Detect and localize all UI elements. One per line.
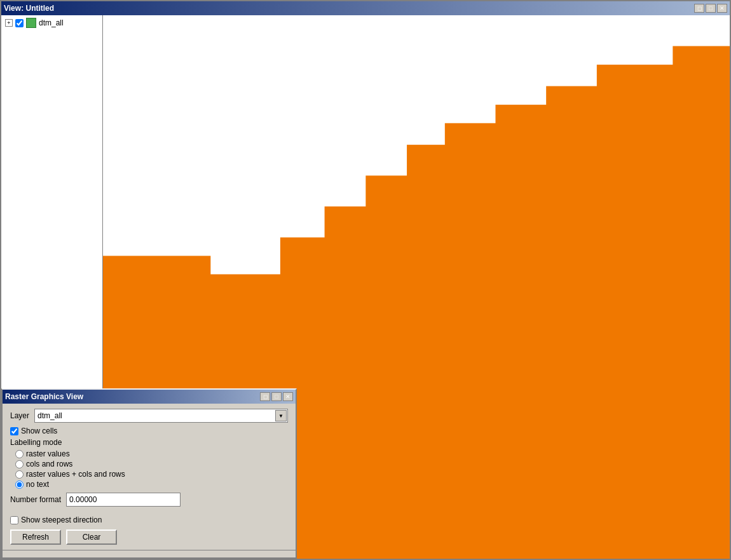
- radio-raster-values-cols-rows-input[interactable]: [15, 470, 24, 479]
- rgv-title-bar: Raster Graphics View ◻ □ ✕: [3, 390, 296, 404]
- rgv-close-button[interactable]: ✕: [283, 392, 293, 401]
- expand-button[interactable]: +: [5, 19, 13, 27]
- show-steepest-label: Show steepest direction: [21, 516, 102, 524]
- radio-raster-values-label: raster values: [26, 449, 70, 458]
- radio-no-text: no text: [15, 480, 288, 489]
- layer-row: Layer dtm_all ▼: [10, 409, 288, 423]
- rgv-maximize-button[interactable]: □: [271, 392, 282, 401]
- layer-dropdown[interactable]: dtm_all: [34, 409, 288, 423]
- radio-group: raster values cols and rows raster value…: [15, 449, 288, 489]
- button-row: Refresh Clear: [10, 529, 288, 545]
- number-format-row: Number format: [10, 493, 288, 507]
- layer-item: + dtm_all: [1, 15, 102, 31]
- maximize-button[interactable]: □: [706, 4, 716, 13]
- rgv-panel: Raster Graphics View ◻ □ ✕ Layer dtm_all…: [1, 388, 297, 559]
- rgv-title-buttons: ◻ □ ✕: [260, 392, 293, 401]
- radio-raster-values-cols-rows-label: raster values + cols and rows: [26, 470, 125, 479]
- title-bar: View: Untitled ◻ □ ✕: [1, 1, 730, 15]
- window-title: View: Untitled: [4, 4, 54, 13]
- clear-button[interactable]: Clear: [66, 529, 117, 545]
- layer-dropdown-wrapper: dtm_all ▼: [34, 409, 288, 423]
- title-bar-buttons: ◻ □ ✕: [694, 4, 727, 13]
- radio-cols-rows-label: cols and rows: [26, 460, 72, 468]
- layer-checkbox[interactable]: [15, 19, 24, 27]
- radio-raster-values-input[interactable]: [15, 450, 24, 458]
- layer-icon: [26, 18, 36, 28]
- rgv-title: Raster Graphics View: [5, 392, 83, 401]
- close-button[interactable]: ✕: [717, 4, 727, 13]
- radio-raster-values-cols-rows: raster values + cols and rows: [15, 470, 288, 479]
- number-format-label: Number format: [10, 495, 61, 504]
- show-steepest-row: Show steepest direction: [10, 516, 288, 524]
- rgv-content: Layer dtm_all ▼ Show cells Labelling mod…: [3, 404, 296, 557]
- radio-cols-rows-input[interactable]: [15, 460, 24, 468]
- rgv-restore-button[interactable]: ◻: [260, 392, 270, 401]
- layer-label: Layer: [10, 411, 29, 420]
- scrollbar[interactable]: [3, 550, 296, 557]
- show-steepest-checkbox[interactable]: [10, 516, 18, 524]
- show-cells-row: Show cells: [10, 427, 288, 435]
- restore-button[interactable]: ◻: [694, 4, 704, 13]
- labelling-mode-label: Labelling mode: [10, 438, 288, 447]
- refresh-button[interactable]: Refresh: [10, 529, 61, 545]
- layer-name: dtm_all: [39, 18, 64, 27]
- main-window: View: Untitled ◻ □ ✕ + dtm_all: [0, 0, 731, 560]
- show-cells-checkbox[interactable]: [10, 427, 18, 435]
- show-cells-label: Show cells: [21, 427, 57, 435]
- radio-cols-rows: cols and rows: [15, 460, 288, 468]
- number-format-input[interactable]: [66, 493, 181, 507]
- radio-no-text-label: no text: [26, 480, 49, 489]
- radio-raster-values: raster values: [15, 449, 288, 458]
- radio-no-text-input[interactable]: [15, 481, 24, 489]
